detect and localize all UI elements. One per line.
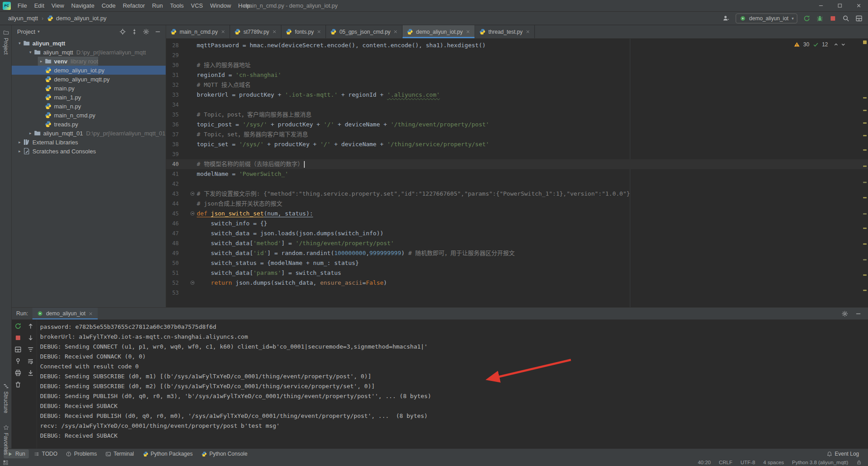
tree-item-main-n-cmd-py[interactable]: main_n_cmd.py (12, 111, 166, 120)
toolwindow-button-todo[interactable]: TODO (30, 449, 61, 458)
console-output[interactable]: password: e782b5e55b37655c27812a60c307b0… (37, 320, 868, 449)
inspections-widget[interactable]: 3012 (794, 41, 846, 48)
search-button[interactable] (842, 15, 850, 22)
error-stripe-mark[interactable] (863, 40, 867, 44)
tree-item-aliyun-mqtt[interactable]: ▾aliyun_mqttD:\py_prj\learn\aliyun_mqtt (12, 48, 166, 57)
minimize-button[interactable] (811, 0, 830, 11)
toolwindow-button-python-packages[interactable]: Python Packages (139, 449, 196, 458)
editor-tab-05-gps-json-cmd-py[interactable]: 05_gps_json_cmd.py (326, 25, 402, 38)
editor-tab-main-n-cmd-py[interactable]: main_n_cmd.py (166, 25, 230, 38)
locate-button[interactable] (119, 28, 126, 35)
collapse-button[interactable] (131, 28, 138, 35)
error-stripe-mark[interactable] (863, 259, 867, 260)
rerun-button[interactable] (803, 15, 810, 22)
chevron-right-icon[interactable]: ▸ (38, 59, 45, 63)
error-stripe-mark[interactable] (863, 213, 867, 215)
scrollend-button[interactable] (27, 369, 34, 376)
close-button[interactable] (849, 0, 868, 11)
tree-item-scratches-and-consoles[interactable]: ▸Scratches and Consoles (12, 147, 166, 156)
editor[interactable]: 28mqttPassword = hmac.new(deviceSecret.e… (166, 39, 868, 307)
caret-position[interactable]: 40:20 (698, 460, 711, 465)
error-stripe-mark[interactable] (863, 274, 867, 276)
chevup-icon[interactable] (833, 41, 839, 48)
error-stripe-mark[interactable] (863, 197, 867, 198)
tab-close-icon[interactable] (221, 29, 226, 34)
layout-button[interactable] (855, 15, 863, 22)
hide-button[interactable] (855, 310, 862, 317)
tree-item-main-n-py[interactable]: main_n.py (12, 102, 166, 111)
stop-button[interactable] (829, 15, 836, 22)
tree-item-external-libraries[interactable]: ▸External Libraries (12, 138, 166, 147)
softwrap-button[interactable] (27, 358, 34, 365)
error-stripe-mark[interactable] (863, 135, 867, 136)
tree-item-demo-aliyun-mqtt-py[interactable]: demo_aliyun_mqtt.py (12, 75, 166, 84)
tree-item-treads-py[interactable]: treads.py (12, 120, 166, 129)
sidebar-stripe-project[interactable]: Project (0, 28, 12, 56)
stop-button[interactable] (14, 334, 22, 341)
warning-count[interactable]: 30 (803, 41, 809, 48)
project-panel-title[interactable]: Project (17, 28, 35, 35)
menu-refactor[interactable]: Refactor (119, 0, 149, 11)
lock-icon[interactable] (856, 460, 862, 465)
rerun-button[interactable] (14, 323, 22, 330)
layout-button[interactable] (14, 346, 22, 353)
toolwindow-button-terminal[interactable]: Terminal (102, 449, 137, 458)
event-log-button[interactable]: Event Log (827, 451, 859, 457)
chevron-right-icon[interactable]: ▸ (16, 140, 23, 144)
error-stripe-mark[interactable] (863, 122, 867, 124)
code-area[interactable]: 28mqttPassword = hmac.new(deviceSecret.e… (166, 39, 868, 298)
run-config-combo[interactable]: demo_aliyun_iot ▾ (736, 13, 797, 23)
hide-button[interactable] (154, 28, 161, 35)
maximize-button[interactable] (830, 0, 849, 11)
breadcrumb-project[interactable]: aliyun_mqtt (8, 15, 38, 22)
down-button[interactable] (27, 334, 34, 341)
error-stripe-mark[interactable] (863, 290, 867, 291)
menu-tools[interactable]: Tools (167, 0, 187, 11)
sidebar-stripe-favorites[interactable]: Favorites (0, 423, 12, 457)
toolwindow-switcher-button[interactable] (3, 460, 9, 466)
chevdown-icon[interactable] (840, 41, 846, 48)
tab-close-icon[interactable] (316, 29, 321, 34)
tree-item-main-1-py[interactable]: main_1.py (12, 93, 166, 102)
pin-button[interactable] (14, 358, 22, 365)
menu-run[interactable]: Run (149, 0, 167, 11)
tree-item-demo-aliyun-iot-py[interactable]: demo_aliyun_iot.py (12, 66, 166, 75)
editor-tab-demo-aliyun-iot-py[interactable]: demo_aliyun_iot.py (402, 25, 475, 38)
breadcrumb-file[interactable]: demo_aliyun_iot.py (47, 15, 106, 22)
error-stripe-mark[interactable] (863, 149, 867, 151)
up-button[interactable] (27, 323, 34, 330)
editor-tab-thread-test-py[interactable]: thread_test.py (475, 25, 535, 38)
menu-edit[interactable]: Edit (31, 0, 48, 11)
tree-item-venv[interactable]: ▸venvlibrary root (12, 57, 166, 66)
indent-style[interactable]: 4 spaces (763, 460, 784, 465)
menu-vcs[interactable]: VCS (187, 0, 207, 11)
error-stripe-mark[interactable] (863, 97, 867, 99)
tree-item-main-py[interactable]: main.py (12, 84, 166, 93)
error-stripe-mark[interactable] (863, 243, 867, 245)
tab-close-icon[interactable] (466, 29, 470, 34)
trash-button[interactable] (14, 381, 22, 388)
chevron-right-icon[interactable]: ▸ (16, 149, 23, 153)
fold-marker[interactable] (179, 209, 197, 219)
run-tab[interactable]: demo_aliyun_iot (32, 308, 97, 319)
error-stripe-mark[interactable] (863, 110, 867, 111)
debug-button[interactable] (816, 15, 823, 22)
menu-code[interactable]: Code (98, 0, 119, 11)
file-encoding[interactable]: UTF-8 (741, 460, 755, 465)
menu-view[interactable]: View (48, 0, 68, 11)
fold-marker[interactable] (179, 278, 197, 288)
editor-tab-fonts-py[interactable]: fonts.py (281, 25, 326, 38)
print-button[interactable] (14, 369, 22, 376)
close-icon[interactable] (88, 311, 93, 316)
error-stripe[interactable] (862, 39, 868, 307)
error-stripe-mark[interactable] (863, 166, 867, 167)
tree-item-aliyun-mqtt-01[interactable]: ▸aliyun_mqtt_01D:\py_prj\learn\aliyun_mq… (12, 129, 166, 138)
tab-close-icon[interactable] (393, 29, 398, 34)
filter-button[interactable] (27, 346, 34, 353)
tree-item-aliyun-mqtt[interactable]: ▾aliyun_mqtt (12, 39, 166, 48)
error-stripe-mark[interactable] (863, 228, 867, 229)
gear-button[interactable] (841, 310, 848, 317)
menu-navigate[interactable]: Navigate (68, 0, 98, 11)
line-ending[interactable]: CRLF (719, 460, 732, 465)
toolwindow-button-problems[interactable]: Problems (62, 449, 100, 458)
